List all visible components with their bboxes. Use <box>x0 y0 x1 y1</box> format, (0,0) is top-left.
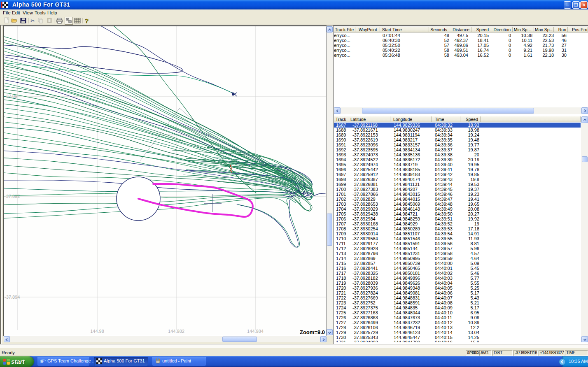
svg-text:-37.894: -37.894 <box>5 295 20 300</box>
svg-text:e: e <box>40 358 44 365</box>
svg-text:144.982: 144.982 <box>168 329 184 334</box>
svg-text:144.98: 144.98 <box>90 329 104 334</box>
svg-text:?: ? <box>85 17 89 24</box>
svg-text:-37.892: -37.892 <box>5 194 20 199</box>
svg-text:✂: ✂ <box>30 18 35 24</box>
svg-text:Zoom=9.0: Zoom=9.0 <box>300 329 325 335</box>
svg-text:144.984: 144.984 <box>247 329 264 334</box>
